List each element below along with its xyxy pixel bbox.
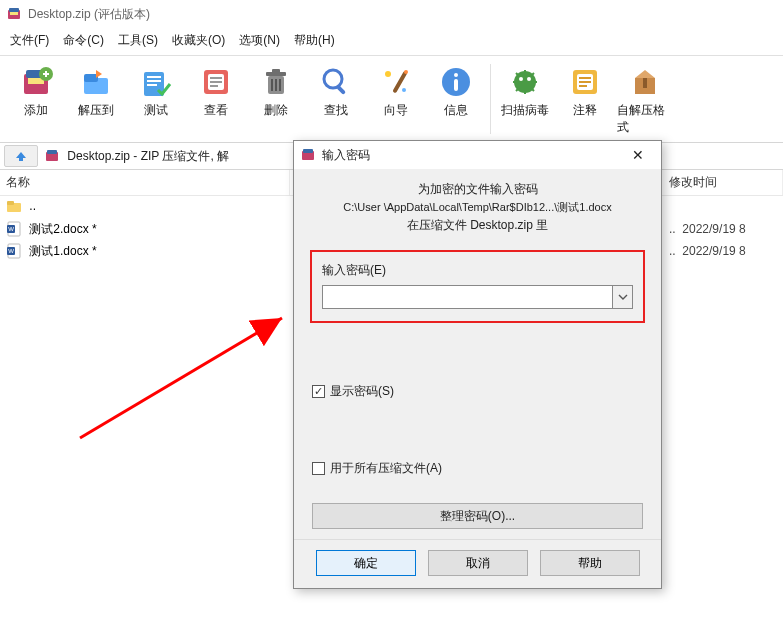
svg-line-57: [80, 318, 282, 438]
svg-rect-42: [579, 85, 587, 87]
password-group: 输入密码(E): [310, 250, 645, 323]
delete-icon: [258, 64, 294, 100]
toolbar-view[interactable]: 查看: [186, 60, 246, 138]
svg-rect-19: [210, 85, 218, 87]
svg-rect-40: [579, 77, 591, 79]
toolbar-add[interactable]: 添加: [6, 60, 66, 138]
svg-rect-34: [454, 79, 458, 91]
svg-point-30: [404, 70, 408, 74]
svg-rect-23: [271, 79, 273, 91]
show-password-checkbox[interactable]: ✓: [312, 385, 325, 398]
toolbar-find[interactable]: 查找: [306, 60, 366, 138]
help-button[interactable]: 帮助: [540, 550, 640, 576]
svg-rect-46: [47, 150, 57, 154]
docx-icon: W: [6, 221, 22, 237]
menu-command[interactable]: 命令(C): [63, 32, 104, 49]
svg-rect-12: [147, 76, 161, 78]
organize-passwords-button[interactable]: 整理密码(O)...: [312, 503, 643, 529]
svg-rect-13: [147, 80, 161, 82]
cancel-button[interactable]: 取消: [428, 550, 528, 576]
toolbar-test[interactable]: 测试: [126, 60, 186, 138]
dialog-inzip: 在压缩文件 Desktop.zip 里: [312, 217, 643, 234]
svg-rect-8: [45, 71, 47, 77]
folder-icon: [6, 199, 22, 215]
col-date[interactable]: 修改时间: [663, 170, 783, 195]
dialog-hint: 为加密的文件输入密码: [312, 181, 643, 198]
svg-rect-44: [643, 78, 647, 88]
dialog-title: 输入密码: [322, 147, 370, 164]
svg-rect-17: [210, 77, 222, 79]
toolbar: 添加 解压到 测试 查看 删除 查找 向导: [0, 56, 783, 143]
comment-icon: [567, 64, 603, 100]
svg-rect-56: [303, 149, 313, 153]
menu-help[interactable]: 帮助(H): [294, 32, 335, 49]
app-icon: [6, 6, 22, 22]
svg-point-36: [519, 77, 523, 81]
svg-rect-25: [279, 79, 281, 91]
menu-file[interactable]: 文件(F): [10, 32, 49, 49]
extract-icon: [78, 64, 114, 100]
menu-tools[interactable]: 工具(S): [118, 32, 158, 49]
toolbar-virus[interactable]: 扫描病毒: [495, 60, 555, 138]
toolbar-delete[interactable]: 删除: [246, 60, 306, 138]
use-all-checkbox[interactable]: [312, 462, 325, 475]
svg-point-37: [527, 77, 531, 81]
info-icon: [438, 64, 474, 100]
svg-rect-48: [7, 201, 14, 205]
archive-icon: [44, 148, 60, 164]
svg-point-33: [454, 73, 458, 77]
col-name[interactable]: 名称: [0, 170, 290, 195]
close-icon[interactable]: ✕: [621, 145, 655, 165]
app-icon: [300, 147, 316, 163]
svg-rect-22: [272, 69, 280, 73]
password-label: 输入密码(E): [322, 262, 633, 279]
toolbar-wizard[interactable]: 向导: [366, 60, 426, 138]
password-input[interactable]: [322, 285, 613, 309]
toolbar-sfx[interactable]: 自解压格式: [615, 60, 675, 138]
menubar: 文件(F) 命令(C) 工具(S) 收藏夹(O) 选项(N) 帮助(H): [0, 28, 783, 56]
find-icon: [318, 64, 354, 100]
use-all-label: 用于所有压缩文件(A): [330, 460, 442, 477]
test-icon: [138, 64, 174, 100]
menu-options[interactable]: 选项(N): [239, 32, 280, 49]
up-button[interactable]: [4, 145, 38, 167]
toolbar-comment[interactable]: 注释: [555, 60, 615, 138]
titlebar: Desktop.zip (评估版本): [0, 0, 783, 28]
svg-rect-10: [84, 74, 98, 82]
show-password-label: 显示密码(S): [330, 383, 394, 400]
use-all-row[interactable]: 用于所有压缩文件(A): [312, 460, 643, 477]
svg-rect-24: [275, 79, 277, 91]
window-title: Desktop.zip (评估版本): [28, 6, 150, 23]
toolbar-extract[interactable]: 解压到: [66, 60, 126, 138]
svg-point-29: [385, 71, 391, 77]
svg-rect-41: [579, 81, 591, 83]
add-icon: [18, 64, 54, 100]
dialog-path: C:\User \AppData\Local\Temp\Rar$DIb12...…: [312, 200, 643, 215]
svg-point-26: [324, 70, 342, 88]
virus-icon: [507, 64, 543, 100]
toolbar-info[interactable]: 信息: [426, 60, 486, 138]
svg-text:W: W: [8, 248, 14, 254]
svg-point-31: [402, 88, 406, 92]
svg-rect-14: [147, 84, 157, 86]
dialog-footer: 确定 取消 帮助: [294, 539, 661, 588]
docx-icon: W: [6, 243, 22, 259]
svg-rect-18: [210, 81, 222, 83]
ok-button[interactable]: 确定: [316, 550, 416, 576]
svg-rect-27: [336, 85, 346, 95]
sfx-icon: [627, 64, 663, 100]
svg-rect-2: [10, 12, 18, 15]
menu-fav[interactable]: 收藏夹(O): [172, 32, 225, 49]
svg-rect-1: [9, 8, 19, 12]
password-dialog: 输入密码 ✕ 为加密的文件输入密码 C:\User \AppData\Local…: [293, 140, 662, 589]
toolbar-separator: [490, 64, 491, 134]
wizard-icon: [378, 64, 414, 100]
password-history-dropdown[interactable]: [613, 285, 633, 309]
show-password-row[interactable]: ✓ 显示密码(S): [312, 383, 643, 400]
dialog-titlebar[interactable]: 输入密码 ✕: [294, 141, 661, 169]
view-icon: [198, 64, 234, 100]
svg-text:W: W: [8, 226, 14, 232]
